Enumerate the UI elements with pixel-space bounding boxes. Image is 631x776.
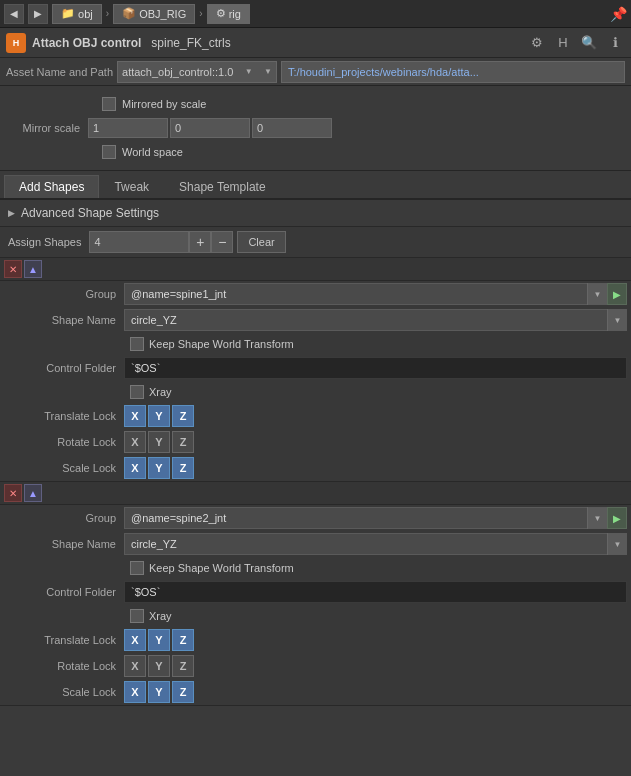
delete-group-1-button[interactable]: ✕: [4, 260, 22, 278]
asset-select[interactable]: attach_obj_control::1.0 ▼: [117, 61, 277, 83]
group-2-value[interactable]: @name=spine2_jnt: [124, 507, 587, 529]
xray-2-label: Xray: [149, 610, 172, 622]
houdini-icon-btn[interactable]: H: [553, 33, 573, 53]
control-folder-2-row: Control Folder `$OS`: [0, 579, 631, 605]
translate-lock-1-x-button[interactable]: X: [124, 405, 146, 427]
shape-name-2-field: circle_YZ ▼: [124, 533, 627, 555]
shape-name-1-row: Shape Name circle_YZ ▼: [0, 307, 631, 333]
scale-lock-2-y-button[interactable]: Y: [148, 681, 170, 703]
rotate-lock-1-x-button[interactable]: X: [124, 431, 146, 453]
scale-lock-1-z-button[interactable]: Z: [172, 457, 194, 479]
translate-lock-1-z-button[interactable]: Z: [172, 405, 194, 427]
shape-group-2-header: ✕ ▲: [0, 482, 631, 505]
group-2-nav-arrow-icon[interactable]: ▶: [607, 507, 627, 529]
assign-shapes-input[interactable]: 4: [89, 231, 189, 253]
scale-lock-2-x-button[interactable]: X: [124, 681, 146, 703]
translate-lock-1-y-button[interactable]: Y: [148, 405, 170, 427]
plus-button[interactable]: +: [189, 231, 211, 253]
breadcrumb-obj-rig[interactable]: 📦 OBJ_RIG: [113, 4, 195, 24]
xray-2-row: Xray: [0, 605, 631, 627]
tab-tweak[interactable]: Tweak: [99, 175, 164, 198]
translate-lock-2-label: Translate Lock: [4, 634, 124, 646]
world-space-row: World space: [0, 140, 631, 164]
settings-icon-btn[interactable]: ⚙: [527, 33, 547, 53]
rotate-lock-1-z-button[interactable]: Z: [172, 431, 194, 453]
shape-group-1: ✕ ▲ Group @name=spine1_jnt ▼ ▶ Shape Nam…: [0, 258, 631, 482]
delete-group-2-button[interactable]: ✕: [4, 484, 22, 502]
shape-name-2-value[interactable]: circle_YZ: [124, 533, 607, 555]
scale-lock-1-y-button[interactable]: Y: [148, 457, 170, 479]
crumb-sep-1: ›: [106, 8, 109, 19]
mirrored-by-scale-checkbox[interactable]: [102, 97, 116, 111]
translate-lock-2-x-button[interactable]: X: [124, 629, 146, 651]
scale-y-input[interactable]: 0: [170, 118, 250, 138]
keep-transform-2-label: Keep Shape World Transform: [149, 562, 294, 574]
scale-lock-2-z-button[interactable]: Z: [172, 681, 194, 703]
rotate-lock-2-y-button[interactable]: Y: [148, 655, 170, 677]
rotate-lock-1-row: Rotate Lock X Y Z: [0, 429, 631, 455]
shape-name-2-row: Shape Name circle_YZ ▼: [0, 531, 631, 557]
scale-lock-1-row: Scale Lock X Y Z: [0, 455, 631, 481]
scale-lock-2-label: Scale Lock: [4, 686, 124, 698]
shape-group-2: ✕ ▲ Group @name=spine2_jnt ▼ ▶ Shape Nam…: [0, 482, 631, 706]
translate-lock-2-y-button[interactable]: Y: [148, 629, 170, 651]
tab-add-shapes[interactable]: Add Shapes: [4, 175, 99, 198]
control-folder-2-label: Control Folder: [4, 586, 124, 598]
shape-name-1-value[interactable]: circle_YZ: [124, 309, 607, 331]
group-1-dropdown-icon[interactable]: ▼: [587, 283, 607, 305]
group-2-row: Group @name=spine2_jnt ▼ ▶: [0, 505, 631, 531]
up-group-2-button[interactable]: ▲: [24, 484, 42, 502]
clear-button[interactable]: Clear: [237, 231, 285, 253]
shape-name-1-dropdown-icon[interactable]: ▼: [607, 309, 627, 331]
shape-name-2-dropdown-icon[interactable]: ▼: [607, 533, 627, 555]
search-icon-btn[interactable]: 🔍: [579, 33, 599, 53]
shape-name-2-label: Shape Name: [4, 538, 124, 550]
xray-2-checkbox[interactable]: [130, 609, 144, 623]
xray-1-checkbox[interactable]: [130, 385, 144, 399]
group-1-field: @name=spine1_jnt ▼ ▶: [124, 283, 627, 305]
scale-x-input[interactable]: 1: [88, 118, 168, 138]
asset-path: T:/houdini_projects/webinars/hda/atta...: [281, 61, 625, 83]
keep-transform-2-checkbox[interactable]: [130, 561, 144, 575]
xray-1-row: Xray: [0, 381, 631, 403]
rotate-lock-2-row: Rotate Lock X Y Z: [0, 653, 631, 679]
back-button[interactable]: ◀: [4, 4, 24, 24]
rotate-lock-2-label: Rotate Lock: [4, 660, 124, 672]
rotate-lock-2-z-button[interactable]: Z: [172, 655, 194, 677]
mirrored-by-scale-label: Mirrored by scale: [122, 98, 206, 110]
assign-shapes-row: Assign Shapes 4 + − Clear: [0, 227, 631, 258]
node-name: spine_FK_ctrls: [151, 36, 230, 50]
keep-transform-1-checkbox[interactable]: [130, 337, 144, 351]
select-arrow-icon: ▼: [245, 67, 253, 76]
control-folder-1-label: Control Folder: [4, 362, 124, 374]
shapes-container: ✕ ▲ Group @name=spine1_jnt ▼ ▶ Shape Nam…: [0, 258, 631, 706]
control-folder-1-row: Control Folder `$OS`: [0, 355, 631, 381]
breadcrumb-obj[interactable]: 📁 obj: [52, 4, 102, 24]
scale-inputs: 1 0 0: [88, 118, 332, 138]
scale-lock-1-x-button[interactable]: X: [124, 457, 146, 479]
minus-button[interactable]: −: [211, 231, 233, 253]
assign-shapes-label: Assign Shapes: [8, 236, 81, 248]
translate-lock-1-row: Translate Lock X Y Z: [0, 403, 631, 429]
group-1-nav-arrow-icon[interactable]: ▶: [607, 283, 627, 305]
advanced-settings-header[interactable]: ▶ Advanced Shape Settings: [8, 204, 623, 222]
group-1-value[interactable]: @name=spine1_jnt: [124, 283, 587, 305]
translate-lock-2-row: Translate Lock X Y Z: [0, 627, 631, 653]
breadcrumb-rig[interactable]: ⚙ rig: [207, 4, 250, 24]
rotate-lock-1-y-button[interactable]: Y: [148, 431, 170, 453]
shape-group-1-header: ✕ ▲: [0, 258, 631, 281]
tab-shape-template[interactable]: Shape Template: [164, 175, 281, 198]
rotate-lock-2-x-button[interactable]: X: [124, 655, 146, 677]
control-folder-2-value[interactable]: `$OS`: [124, 581, 627, 603]
forward-button[interactable]: ▶: [28, 4, 48, 24]
info-icon-btn[interactable]: ℹ: [605, 33, 625, 53]
group-2-dropdown-icon[interactable]: ▼: [587, 507, 607, 529]
translate-lock-2-z-button[interactable]: Z: [172, 629, 194, 651]
group-2-label: Group: [4, 512, 124, 524]
world-space-checkbox[interactable]: [102, 145, 116, 159]
up-group-1-button[interactable]: ▲: [24, 260, 42, 278]
control-folder-1-value[interactable]: `$OS`: [124, 357, 627, 379]
shape-name-1-field: circle_YZ ▼: [124, 309, 627, 331]
pin-button[interactable]: 📌: [610, 6, 627, 22]
scale-z-input[interactable]: 0: [252, 118, 332, 138]
